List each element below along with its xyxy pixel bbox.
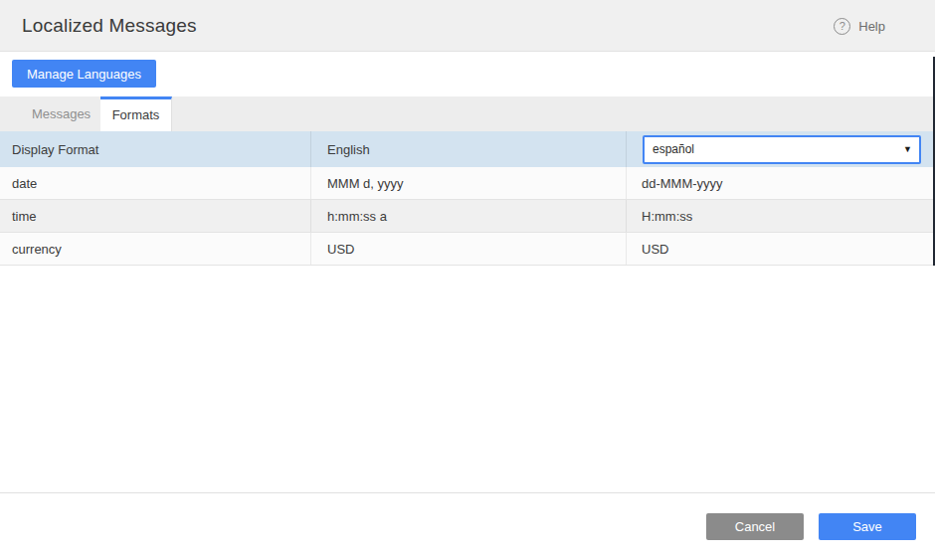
target-language-header-cell: español ▼: [626, 131, 935, 167]
help-label: Help: [858, 19, 885, 34]
localized-format-cell: dd-MMM-yyyy: [626, 167, 935, 199]
table-row-currency: currency USD USD: [0, 233, 935, 266]
help-icon: ?: [834, 18, 850, 35]
cancel-button[interactable]: Cancel: [706, 513, 804, 540]
localized-messages-page: Localized Messages ? Help Manage Languag…: [0, 0, 935, 560]
localized-format-cell: USD: [626, 233, 935, 265]
save-button[interactable]: Save: [819, 513, 916, 540]
display-format-column-header: Display Format: [0, 131, 310, 167]
base-language-column-header: English: [310, 131, 626, 167]
formats-table-header-row: Display Format English español ▼: [0, 131, 935, 167]
format-name-cell: date: [0, 167, 310, 199]
manage-languages-button[interactable]: Manage Languages: [12, 60, 156, 88]
titlebar: Localized Messages ? Help: [0, 0, 935, 52]
language-select-value: español: [653, 142, 694, 156]
tab-formats[interactable]: Formats: [100, 96, 172, 131]
chevron-down-icon: ▼: [903, 144, 912, 154]
page-title: Localized Messages: [22, 15, 197, 37]
format-name-cell: currency: [0, 233, 310, 265]
table-row-time: time h:mm:ss a H:mm:ss: [0, 200, 935, 233]
language-select[interactable]: español ▼: [643, 135, 921, 164]
tabstrip: Messages Formats: [0, 96, 935, 131]
format-name-cell: time: [0, 200, 310, 232]
english-format-cell: USD: [310, 233, 626, 265]
formats-table: Display Format English español ▼ date MM…: [0, 131, 935, 266]
english-format-cell: h:mm:ss a: [310, 200, 626, 232]
localized-format-cell: H:mm:ss: [626, 200, 935, 232]
tab-messages[interactable]: Messages: [22, 96, 100, 131]
english-format-cell: MMM d, yyyy: [310, 167, 626, 199]
help-link[interactable]: ? Help: [834, 0, 885, 52]
table-row-date: date MMM d, yyyy dd-MMM-yyyy: [0, 167, 935, 200]
footer-divider: [0, 492, 935, 493]
